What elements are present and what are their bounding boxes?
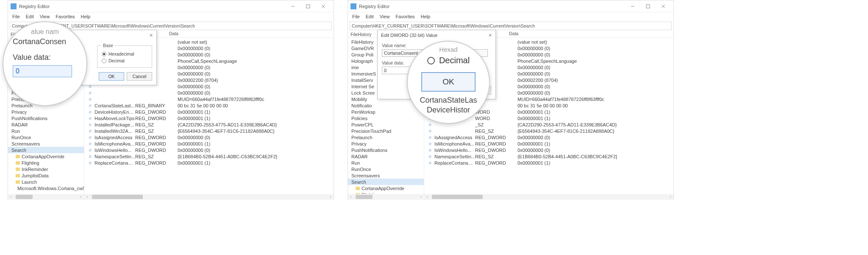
ok-button[interactable]: OK [99,72,124,81]
menu-file[interactable]: File [10,14,22,19]
tree-subitem[interactable]: Flighting [8,160,84,166]
cancel-button[interactable]: Cancel [127,72,152,81]
menu-favorites[interactable]: Favorites [393,14,417,19]
dialog-close-button[interactable]: ✕ [488,33,492,38]
tree-subitem[interactable]: InkReminder [8,166,84,172]
lens-radio-decimal[interactable]: Decimal [427,56,470,65]
radio-hexadecimal[interactable]: Hexadecimal [102,50,147,57]
list-row[interactable]: ⎚IsMicrophoneAva...REG_DWORD0x00000001 (… [84,140,334,147]
col-data[interactable]: Data [509,31,673,37]
scroll-left-icon[interactable]: ‹ [8,194,14,200]
tree-subitem[interactable]: CortanaAppOverride [8,153,84,160]
scroll-thumb[interactable] [432,195,483,199]
tree-item[interactable]: Run [348,160,424,166]
menu-favorites[interactable]: Favorites [53,14,77,19]
row-data: 0x00000000 (0) [517,148,673,153]
tree-scrollbar[interactable]: ‹ › [348,194,424,200]
minimize-button[interactable] [625,2,640,11]
tree-item[interactable]: PushNotifications [8,115,84,121]
scroll-thumb[interactable] [356,195,373,199]
menubar: File Edit View Favorites Help [8,12,334,21]
scroll-thumb[interactable] [16,195,33,199]
list-row[interactable]: ⎚0x00000000 (0) [84,90,334,96]
tree-item[interactable]: Screensavers [348,172,424,179]
minimize-button[interactable] [285,2,300,11]
list-scrollbar[interactable]: ‹ › [84,194,334,200]
row-data: {CA22D290-2553-4775-AD11-E339E3B6AC4D} [178,122,334,127]
list-row[interactable]: ⎚NamespaceSettin...REG_SZ{E1B684B0-52B4-… [424,153,673,160]
maximize-button[interactable] [640,2,656,11]
row-data: 0x00000000 (0) [178,84,334,89]
row-type: _SZ [475,122,517,127]
radio-decimal[interactable]: Decimal [102,57,147,64]
tree-item[interactable]: PenWorksp [348,109,424,115]
tree-item[interactable]: PowerCPL [348,121,424,128]
list-row[interactable]: ⎚ReplaceCortanaC...REG_DWORD0x00000001 (… [84,160,334,166]
reg-value-icon: ⎚ [87,135,93,140]
scroll-right-icon[interactable]: › [78,194,84,200]
close-button[interactable] [656,2,671,11]
scroll-left-icon[interactable]: ‹ [348,194,354,200]
list-row[interactable]: ⎚InstalledPackage...REG_SZ{CA22D290-2553… [84,121,334,128]
scroll-right-icon[interactable]: › [328,194,334,200]
scroll-left-icon[interactable]: ‹ [424,194,430,200]
address-text: Computer\HKEY_CURRENT_USER\SOFTWARE\Micr… [352,23,535,28]
list-row[interactable]: ⎚DeviceHistoryEna...REG_DWORD0x00000001 … [84,109,334,115]
tree-item[interactable]: Prelaunch [348,134,424,140]
list-scrollbar[interactable]: ‹ › [424,194,673,200]
tree-item[interactable]: Screensavers [8,140,84,147]
address-bar[interactable]: Computer\HKEY_CURRENT_USER\SOFTWARE\Micr… [350,22,672,30]
list-row[interactable]: ⎚NamespaceSettin...REG_SZ{E1B684B0-52B4-… [84,153,334,160]
list-row[interactable]: ⎚InstalledWin32A...REG_SZ{E6564943-354C-… [84,128,334,134]
scroll-right-icon[interactable]: › [668,194,673,200]
tree-item[interactable]: Search [348,179,424,185]
menu-help[interactable]: Help [418,14,433,19]
row-data: 0x00000001 (1) [178,116,334,121]
tree-subitem[interactable]: Launch [8,179,84,185]
tree-item[interactable]: RADAR [8,121,84,128]
lens-value-data-input[interactable] [13,65,72,77]
list-row[interactable]: ⎚REG_SZ{E6564943-354C-4EF7-81C6-21182A88… [424,128,673,134]
list-row[interactable]: ⎚IsWindowsHello...REG_DWORD0x00000000 (0… [424,147,673,153]
scroll-right-icon[interactable]: › [418,194,424,200]
list-row[interactable]: ⎚HasAboveLockTipsREG_DWORD0x00000001 (1) [84,115,334,121]
list-row[interactable]: ⎚MUID=660a44af71fe488787226ff8f63fff0c [84,96,334,102]
list-row[interactable]: ⎚IsWindowsHello...REG_DWORD0x00000000 (0… [84,147,334,153]
tree-item[interactable]: Privacy [8,109,84,115]
tree-item[interactable]: RunOnce [8,134,84,140]
tree-item[interactable]: RunOnce [348,166,424,172]
scroll-thumb[interactable] [92,195,143,199]
tree-item[interactable]: Policies [348,115,424,121]
list-row[interactable]: ⎚IsAssignedAccessREG_DWORD0x00000000 (0) [424,134,673,140]
menu-edit[interactable]: Edit [23,14,36,19]
tree-subitem[interactable]: Microsoft.Windows.Cortana_cw5n [8,185,84,191]
menu-help[interactable]: Help [78,14,93,19]
list-row[interactable]: ⎚IsMicrophoneAva...REG_DWORD0x00000001 (… [424,140,673,147]
tree-scrollbar[interactable]: ‹ › [8,194,84,200]
scroll-left-icon[interactable]: ‹ [84,194,90,200]
tree-item[interactable]: Run [8,128,84,134]
menu-view[interactable]: View [37,14,53,19]
tree-item[interactable]: Search [8,147,84,153]
list-row[interactable]: ⎚ReplaceCortanaC...REG_DWORD0x00000001 (… [424,160,673,166]
dialog-close-button[interactable]: ✕ [149,33,153,38]
close-button[interactable] [316,2,331,11]
menu-view[interactable]: View [377,14,392,19]
list-row[interactable]: ⎚IsAssignedAccessREG_DWORD0x00000000 (0) [84,134,334,140]
list-row[interactable]: ⎚CortanaStateLast...REG_BINARY00 bc 31 5… [84,102,334,109]
col-data[interactable]: Data [169,31,334,37]
maximize-button[interactable] [300,2,316,11]
tree-subitem[interactable]: JumplistData [8,172,84,179]
tree-item[interactable]: PrecisionTouchPad [348,128,424,134]
tree-item[interactable]: Privacy [348,140,424,147]
list-row[interactable]: ⎚_SZ{CA22D290-2553-4775-AD11-E339E3B6AC4… [424,121,673,128]
menu-edit[interactable]: Edit [363,14,376,19]
tree-item[interactable]: PushNotifications [348,147,424,153]
row-data: {E6564943-354C-4EF7-81C6-21182A888A0C} [178,129,334,134]
tree-subitem[interactable]: CortanaAppOverride [348,185,424,191]
row-type: REG_SZ [475,154,517,159]
menu-file[interactable]: File [350,14,362,19]
lens-ok-button[interactable]: OK [421,72,476,92]
svg-rect-1 [306,5,310,8]
tree-item[interactable]: RADAR [348,153,424,160]
